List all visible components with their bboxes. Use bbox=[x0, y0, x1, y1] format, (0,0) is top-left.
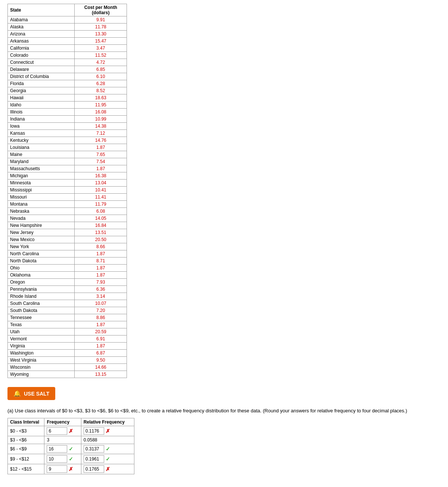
table-row: Minnesota13.04 bbox=[8, 179, 127, 187]
cost-value: 1.87 bbox=[75, 343, 127, 350]
rel-frequency-cell[interactable]: ✓ bbox=[81, 444, 134, 454]
cost-value: 3.14 bbox=[75, 293, 127, 300]
rel-frequency-input[interactable] bbox=[84, 455, 104, 463]
x-icon: ✗ bbox=[106, 466, 110, 472]
cost-value: 4.72 bbox=[75, 59, 127, 66]
cost-value: 11.95 bbox=[75, 102, 127, 109]
table-row: North Dakota8.71 bbox=[8, 257, 127, 265]
cost-value: 8.71 bbox=[75, 257, 127, 265]
cost-value: 6.08 bbox=[75, 208, 127, 215]
cost-value: 1.87 bbox=[75, 165, 127, 172]
state-name: Kentucky bbox=[8, 137, 75, 144]
cost-value: 6.85 bbox=[75, 66, 127, 73]
frequency-header: Frequency bbox=[44, 418, 81, 426]
table-row: Oklahoma1.87 bbox=[8, 272, 127, 279]
freq-table-row: $6 - <$9✓✓ bbox=[8, 444, 134, 454]
rel-frequency-input[interactable] bbox=[84, 445, 104, 453]
state-name: Hawaii bbox=[8, 94, 75, 102]
state-name: Iowa bbox=[8, 123, 75, 130]
table-row: Montana11.79 bbox=[8, 201, 127, 208]
rel-frequency-cell[interactable]: ✗ bbox=[81, 464, 134, 474]
frequency-cell[interactable]: ✗ bbox=[44, 426, 81, 436]
cost-value: 1.87 bbox=[75, 250, 127, 257]
frequency-cell[interactable]: ✗ bbox=[44, 464, 81, 474]
rel-frequency-cell[interactable]: ✓ bbox=[81, 454, 134, 464]
cost-value: 3.47 bbox=[75, 45, 127, 52]
table-row: Iowa14.38 bbox=[8, 123, 127, 130]
table-row: Ohio1.87 bbox=[8, 265, 127, 272]
state-name: West Virginia bbox=[8, 357, 75, 364]
cost-value: 20.50 bbox=[75, 236, 127, 243]
state-name: Florida bbox=[8, 80, 75, 87]
table-row: West Virginia9.50 bbox=[8, 357, 127, 364]
state-name: Georgia bbox=[8, 87, 75, 94]
cost-value: 9.50 bbox=[75, 357, 127, 364]
table-row: Nebraska6.08 bbox=[8, 208, 127, 215]
table-row: Virginia1.87 bbox=[8, 343, 127, 350]
table-row: Florida6.28 bbox=[8, 80, 127, 87]
state-name: Kansas bbox=[8, 130, 75, 137]
cost-value: 14.66 bbox=[75, 364, 127, 371]
table-row: Pennsylvania6.36 bbox=[8, 286, 127, 293]
cost-value: 16.08 bbox=[75, 109, 127, 116]
state-name: Connecticut bbox=[8, 59, 75, 66]
state-name: New Hampshire bbox=[8, 222, 75, 229]
state-name: Virginia bbox=[8, 343, 75, 350]
cost-value: 15.47 bbox=[75, 38, 127, 45]
cost-value: 6.87 bbox=[75, 350, 127, 357]
frequency-input[interactable] bbox=[47, 465, 67, 473]
state-name: Indiana bbox=[8, 116, 75, 123]
cost-value: 13.51 bbox=[75, 229, 127, 236]
cost-value: 16.84 bbox=[75, 222, 127, 229]
cost-value: 1.87 bbox=[75, 272, 127, 279]
table-row: Massachusetts1.87 bbox=[8, 165, 127, 172]
cost-value: 11.41 bbox=[75, 194, 127, 201]
check-icon: ✓ bbox=[69, 456, 73, 462]
freq-table-row: $12 - <$15✗✗ bbox=[8, 464, 134, 474]
table-row: Colorado11.52 bbox=[8, 52, 127, 59]
class-interval-cell: $9 - <$12 bbox=[8, 454, 44, 464]
use-salt-button[interactable]: 🔔 USE SALT bbox=[7, 387, 55, 400]
state-name: Arizona bbox=[8, 31, 75, 38]
state-name: Utah bbox=[8, 328, 75, 335]
frequency-input[interactable] bbox=[47, 455, 67, 463]
state-name: Tennessee bbox=[8, 314, 75, 321]
cost-value: 16.38 bbox=[75, 172, 127, 179]
table-row: Arkansas15.47 bbox=[8, 38, 127, 45]
cost-value: 14.05 bbox=[75, 215, 127, 222]
rel-frequency-input[interactable] bbox=[84, 427, 104, 435]
rel-frequency-input[interactable] bbox=[84, 465, 104, 473]
table-row: New Jersey13.51 bbox=[8, 229, 127, 236]
table-row: South Dakota7.20 bbox=[8, 307, 127, 314]
rel-frequency-header: Relative Frequency bbox=[81, 418, 134, 426]
check-icon: ✓ bbox=[106, 456, 110, 462]
table-row: Missouri11.41 bbox=[8, 194, 127, 201]
state-name: Missouri bbox=[8, 194, 75, 201]
table-row: New Hampshire16.84 bbox=[8, 222, 127, 229]
cost-value: 6.28 bbox=[75, 80, 127, 87]
table-row: Maryland7.54 bbox=[8, 158, 127, 165]
cost-value: 13.30 bbox=[75, 31, 127, 38]
cost-value: 9.91 bbox=[75, 16, 127, 24]
cost-value: 10.41 bbox=[75, 187, 127, 194]
table-row: Louisiana1.87 bbox=[8, 144, 127, 151]
state-name: New York bbox=[8, 243, 75, 250]
table-row: New Mexico20.50 bbox=[8, 236, 127, 243]
state-name: North Dakota bbox=[8, 257, 75, 265]
table-row: Wisconsin14.66 bbox=[8, 364, 127, 371]
cost-value: 10.07 bbox=[75, 300, 127, 307]
state-name: Montana bbox=[8, 201, 75, 208]
frequency-input[interactable] bbox=[47, 427, 67, 435]
freq-table-row: $3 - <$630.0588 bbox=[8, 436, 134, 444]
table-row: Michigan16.38 bbox=[8, 172, 127, 179]
frequency-cell[interactable]: ✓ bbox=[44, 454, 81, 464]
cost-header: Cost per Month (dollars) bbox=[75, 4, 127, 16]
frequency-input[interactable] bbox=[47, 445, 67, 453]
rel-frequency-cell[interactable]: ✗ bbox=[81, 426, 134, 436]
cost-value: 10.99 bbox=[75, 116, 127, 123]
frequency-cell[interactable]: ✓ bbox=[44, 444, 81, 454]
class-interval-cell: $12 - <$15 bbox=[8, 464, 44, 474]
table-row: District of Columbia6.10 bbox=[8, 73, 127, 80]
state-name: Vermont bbox=[8, 335, 75, 343]
state-name: Rhode Island bbox=[8, 293, 75, 300]
